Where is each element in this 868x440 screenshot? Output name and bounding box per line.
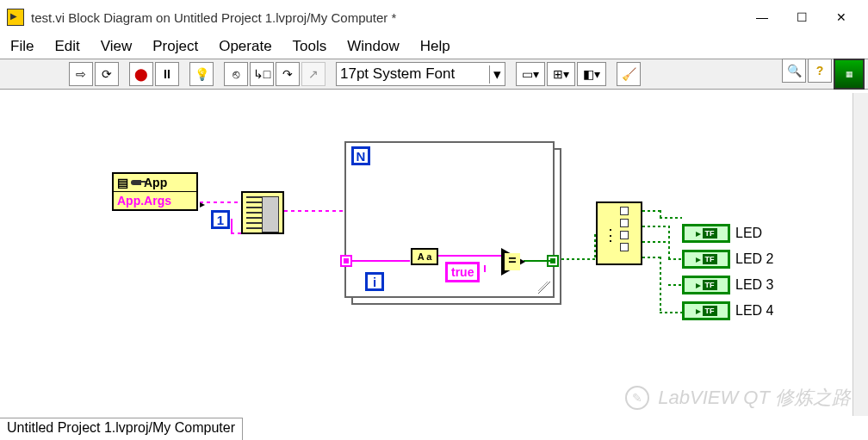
led-indicator-1[interactable]: ▸ TF — [682, 224, 730, 243]
run-button[interactable]: ⇨ — [69, 62, 93, 86]
terminal-arrow-icon: ▸ — [200, 198, 205, 210]
led-indicator-3[interactable]: ▸ TF — [682, 276, 730, 294]
wire — [642, 257, 660, 258]
wire — [437, 255, 503, 257]
wire — [642, 241, 668, 243]
wire — [231, 232, 241, 234]
watermark: ✎ LabVIEW QT 修炼之路 — [625, 385, 851, 411]
wire — [484, 265, 486, 272]
close-button[interactable]: ✕ — [822, 3, 861, 31]
menu-file[interactable]: File — [10, 38, 34, 55]
led-indicator-2[interactable]: ▸ TF — [682, 250, 730, 269]
align-button[interactable]: ▭▾ — [516, 62, 545, 86]
equal-function[interactable] — [501, 248, 525, 276]
led-label-4: LED 4 — [735, 303, 773, 319]
for-loop[interactable]: N i A a true — [344, 141, 561, 305]
vertical-scrollbar[interactable] — [852, 93, 868, 416]
watermark-text: LabVIEW QT 修炼之路 — [658, 385, 851, 411]
true-constant[interactable]: true — [445, 262, 480, 282]
property-node-header: ▤ App — [114, 174, 196, 192]
menu-window[interactable]: Window — [347, 38, 399, 55]
reorder-button[interactable]: ◧▾ — [577, 62, 606, 86]
wire — [351, 260, 410, 262]
wire — [660, 217, 682, 219]
font-name: 17pt System Font — [340, 65, 455, 83]
wire — [668, 284, 682, 286]
app-icon — [7, 9, 24, 26]
menu-edit[interactable]: Edit — [54, 38, 79, 55]
block-diagram-canvas[interactable]: ▤ App App.Args ▸ 1 N i A a true — [0, 90, 868, 408]
step-over-button[interactable]: ↷ — [276, 62, 300, 86]
led-label-3: LED 3 — [735, 277, 773, 293]
loop-frame: N i A a true — [344, 141, 555, 298]
wire — [660, 210, 661, 217]
resize-handle-icon — [538, 282, 550, 294]
loop-count-terminal[interactable]: N — [351, 146, 370, 165]
output-terminals — [620, 207, 629, 251]
watermark-icon: ✎ — [625, 386, 649, 410]
minimize-button[interactable]: — — [742, 3, 782, 31]
menu-view[interactable]: View — [101, 38, 133, 55]
property-node-class: App — [144, 176, 167, 189]
cleanup-button[interactable]: 🧹 — [617, 62, 641, 86]
loop-iteration-terminal[interactable]: i — [365, 272, 384, 291]
arrow-icon: ▸ — [696, 227, 701, 239]
menu-tools[interactable]: Tools — [293, 38, 327, 55]
wire — [668, 258, 682, 260]
step-out-button[interactable]: ↗ — [301, 62, 326, 86]
menu-bar: File Edit View Project Operate Tools Win… — [0, 34, 868, 59]
property-node-app[interactable]: ▤ App App.Args — [112, 172, 198, 211]
abort-button[interactable]: ⬤ — [129, 62, 153, 86]
wire — [524, 260, 555, 262]
retain-wire-values-button[interactable]: ⎋ — [224, 62, 248, 86]
highlight-execution-button[interactable]: 💡 — [189, 62, 214, 86]
input-tunnel[interactable] — [340, 255, 352, 267]
toolbar: ⇨ ⟳ ⬤ II 💡 ⎋ ↳□ ↷ ↗ 17pt System Font ▾ ▭… — [0, 59, 868, 90]
led-label-2: LED 2 — [735, 251, 773, 267]
wire — [642, 210, 660, 212]
string-function[interactable]: A a — [411, 248, 438, 265]
run-continuous-button[interactable]: ⟳ — [95, 62, 119, 86]
arrow-icon: ▸ — [696, 305, 701, 317]
maximize-button[interactable]: ☐ — [782, 3, 822, 31]
dropdown-icon: ▾ — [489, 65, 501, 84]
arrow-icon: ▸ — [696, 279, 701, 291]
ref-icon: ▤ — [117, 176, 128, 189]
help-button[interactable]: ? — [808, 59, 832, 83]
wire — [642, 226, 668, 227]
vi-icon[interactable]: ▦ — [834, 59, 865, 90]
tf-icon: TF — [703, 254, 717, 264]
font-selector[interactable]: 17pt System Font ▾ — [336, 62, 505, 86]
distribute-button[interactable]: ⊞▾ — [547, 62, 575, 86]
key-icon — [131, 180, 141, 185]
numeric-constant-1[interactable]: 1 — [211, 210, 230, 229]
pause-button[interactable]: II — [155, 62, 179, 86]
step-into-button[interactable]: ↳□ — [250, 62, 274, 86]
led-indicator-4[interactable]: ▸ TF — [682, 301, 730, 320]
tf-icon: TF — [703, 228, 717, 239]
tf-icon: TF — [703, 280, 717, 290]
wire — [660, 257, 661, 313]
menu-project[interactable]: Project — [152, 38, 198, 55]
index-array-function[interactable] — [241, 191, 284, 234]
property-app-args[interactable]: App.Args — [114, 192, 196, 209]
wire — [668, 226, 670, 258]
menu-help[interactable]: Help — [420, 38, 450, 55]
window-title: test.vi Block Diagram on Untitled Projec… — [31, 10, 742, 25]
arrow-icon: ▸ — [696, 253, 701, 265]
search-button[interactable]: 🔍 — [782, 59, 806, 83]
wire — [200, 201, 241, 203]
array-to-cluster-function[interactable] — [596, 201, 642, 265]
led-label-1: LED — [735, 226, 762, 241]
wire — [561, 258, 596, 260]
menu-operate[interactable]: Operate — [219, 38, 271, 55]
wire — [284, 210, 344, 212]
status-bar: Untitled Project 1.lvproj/My Computer — [0, 418, 243, 440]
wire — [660, 312, 682, 313]
title-bar: test.vi Block Diagram on Untitled Projec… — [0, 0, 868, 34]
tf-icon: TF — [703, 306, 717, 316]
